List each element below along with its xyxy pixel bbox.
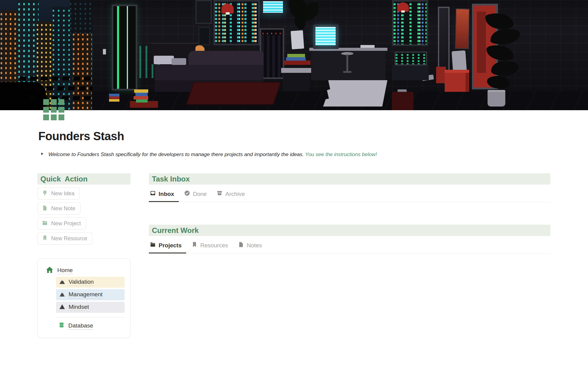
new-idea-button[interactable]: New Idea bbox=[37, 187, 80, 200]
lightbulb-icon bbox=[42, 190, 48, 197]
mindset-link[interactable]: Mindset bbox=[56, 302, 125, 313]
mountain-icon bbox=[59, 291, 66, 299]
cover-grey-cloth bbox=[452, 51, 467, 73]
cover-book bbox=[135, 93, 148, 96]
tab-inbox[interactable]: Inbox bbox=[149, 188, 179, 202]
tab-projects[interactable]: Projects bbox=[149, 239, 186, 253]
cover-side-table-body bbox=[283, 73, 310, 91]
database-label: Database bbox=[68, 322, 93, 330]
tab-archive-label: Archive bbox=[225, 191, 245, 197]
intro-sentence: Welcome to Founders Stash specifically f… bbox=[48, 152, 304, 157]
database-link[interactable]: Database bbox=[58, 322, 124, 330]
cover-city-window bbox=[0, 0, 92, 110]
tab-projects-label: Projects bbox=[159, 242, 182, 249]
intro-link[interactable]: You see the instructions below! bbox=[305, 152, 377, 157]
cover-book bbox=[134, 89, 148, 93]
note-icon bbox=[42, 205, 48, 212]
check-circle-icon bbox=[184, 190, 190, 198]
bookmark-icon bbox=[42, 235, 48, 242]
new-project-label: New Project bbox=[51, 220, 81, 227]
cover-book bbox=[136, 99, 148, 103]
tab-done[interactable]: Done bbox=[183, 188, 211, 202]
cover-red-cube bbox=[445, 73, 466, 92]
cover-fire-escape bbox=[25, 86, 92, 90]
content-columns: Quick Action New Idea New Note New Proje… bbox=[37, 173, 550, 338]
cover-pillow bbox=[154, 56, 174, 64]
cover-building bbox=[70, 0, 92, 34]
cover-desk-body bbox=[311, 51, 386, 80]
cover-keyboard bbox=[360, 45, 375, 48]
cover-stool-base bbox=[343, 71, 352, 73]
bookmark-icon bbox=[191, 242, 198, 249]
folder-icon bbox=[42, 220, 48, 227]
tab-notes[interactable]: Notes bbox=[237, 239, 267, 253]
toggle-triangle-icon[interactable] bbox=[40, 152, 44, 157]
task-inbox-section: Task Inbox Inbox Done Archive bbox=[149, 173, 550, 202]
cover-pillow bbox=[172, 58, 186, 65]
cover-book-stack-small bbox=[109, 94, 119, 102]
current-work-tabs: Projects Resources Notes bbox=[149, 239, 550, 253]
cover-image[interactable] bbox=[0, 0, 588, 110]
left-column: Quick Action New Idea New Note New Proje… bbox=[37, 173, 130, 338]
management-label: Management bbox=[69, 291, 103, 298]
new-resource-button[interactable]: New Resource bbox=[37, 232, 92, 245]
tab-done-label: Done bbox=[193, 191, 207, 197]
inbox-icon bbox=[150, 190, 156, 198]
task-inbox-heading-bar: Task Inbox bbox=[149, 173, 550, 185]
cover-wardrobe bbox=[260, 28, 284, 79]
page-title: Founders Stash bbox=[38, 130, 124, 143]
new-resource-label: New Resource bbox=[51, 235, 87, 242]
quick-action-heading-bar: Quick Action bbox=[37, 173, 130, 185]
management-link[interactable]: Management bbox=[56, 289, 125, 300]
new-project-button[interactable]: New Project bbox=[37, 217, 86, 230]
navigation-card: Home Validation Management Mindset bbox=[37, 258, 130, 338]
cover-lamp-light bbox=[401, 10, 405, 13]
cover-desk-mat bbox=[284, 61, 311, 65]
cover-desk-book bbox=[287, 54, 305, 57]
cover-wall-monitor bbox=[262, 0, 284, 14]
card-divider bbox=[56, 317, 125, 318]
cover-red-rug bbox=[186, 82, 281, 105]
current-work-section: Current Work Projects Resources Notes bbox=[149, 225, 550, 253]
new-idea-label: New Idea bbox=[51, 190, 74, 197]
cover-window-blinds-left bbox=[213, 0, 260, 45]
cover-console-body bbox=[392, 66, 429, 80]
tab-notes-label: Notes bbox=[247, 242, 262, 249]
task-inbox-heading: Task Inbox bbox=[152, 175, 190, 183]
cover-poster bbox=[455, 9, 469, 49]
page-icon-grid[interactable] bbox=[43, 99, 64, 120]
tab-archive[interactable]: Archive bbox=[216, 188, 249, 202]
home-label: Home bbox=[57, 267, 73, 274]
mountain-solid-icon bbox=[59, 303, 66, 312]
mountain-icon bbox=[59, 278, 66, 286]
cover-red-cube-top bbox=[445, 70, 469, 73]
mindset-label: Mindset bbox=[69, 304, 89, 311]
cover-book bbox=[134, 96, 148, 99]
cover-console-screen bbox=[394, 51, 427, 66]
notion-page: Founders Stash Welcome to Founders Stash… bbox=[0, 0, 588, 367]
cover-light-switch bbox=[103, 49, 106, 54]
cover-red-door-panel bbox=[477, 12, 486, 73]
cover-neon-door bbox=[112, 5, 137, 90]
cover-stool-leg bbox=[346, 54, 348, 72]
cover-side-table bbox=[281, 68, 312, 73]
home-link[interactable]: Home bbox=[46, 266, 124, 275]
cover-plant-pot bbox=[488, 90, 505, 107]
note-icon bbox=[238, 242, 244, 249]
cover-device bbox=[198, 27, 210, 45]
database-icon bbox=[58, 322, 65, 330]
cover-white-rug bbox=[323, 80, 387, 107]
quick-action-heading: Quick Action bbox=[40, 175, 88, 183]
new-note-button[interactable]: New Note bbox=[37, 202, 81, 215]
house-icon bbox=[46, 266, 54, 275]
intro-toggle-block: Welcome to Founders Stash specifically f… bbox=[40, 151, 548, 159]
cover-crt-screen bbox=[315, 27, 336, 45]
validation-link[interactable]: Validation bbox=[56, 277, 125, 288]
cover-tv bbox=[195, 0, 212, 24]
cover-red-cube-side bbox=[466, 73, 469, 92]
current-work-heading: Current Work bbox=[152, 226, 199, 235]
cover-desk-book bbox=[286, 57, 306, 61]
tab-resources[interactable]: Resources bbox=[190, 239, 233, 253]
new-note-label: New Note bbox=[51, 205, 75, 212]
intro-text: Welcome to Founders Stash specifically f… bbox=[48, 151, 377, 159]
